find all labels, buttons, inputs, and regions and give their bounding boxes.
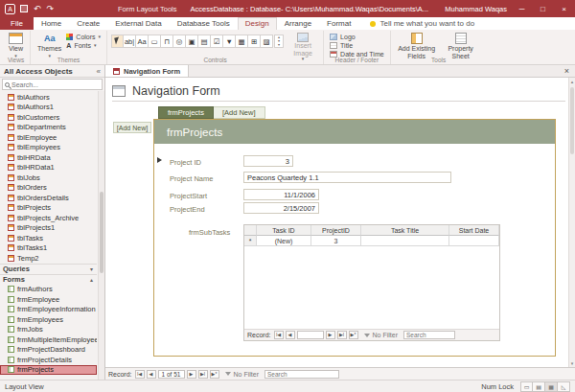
no-filter-indicator[interactable]: No Filter: [373, 332, 398, 338]
sidebar-item-tblorders[interactable]: tblOrders: [0, 183, 97, 194]
cell-task-id[interactable]: (New): [257, 236, 311, 246]
nav-pane-header[interactable]: All Access Objects «: [0, 65, 104, 78]
undo-icon[interactable]: ↶: [34, 5, 41, 13]
tab-control-icon[interactable]: ⊓: [161, 35, 173, 48]
sidebar-item-tbldepartments[interactable]: tblDepartments: [0, 123, 97, 133]
next-record-button[interactable]: ▶: [326, 331, 335, 339]
save-icon[interactable]: [20, 5, 28, 12]
minimize-icon[interactable]: ─: [516, 5, 528, 13]
scrollbar-thumb[interactable]: [100, 192, 104, 272]
logo-button[interactable]: Logo: [328, 34, 386, 40]
navtab-left-add-new[interactable]: [Add New]: [113, 122, 151, 133]
sidebar-item-tblprojects-archive[interactable]: tblProjects_Archive: [0, 213, 97, 223]
gallery-more-icon[interactable]: ▾: [275, 43, 283, 47]
image-control-icon[interactable]: ▨: [261, 35, 273, 48]
close-document-icon[interactable]: ×: [559, 65, 575, 77]
record-position-box[interactable]: 1 of 51: [158, 370, 185, 379]
tab-format[interactable]: Format: [319, 17, 358, 30]
last-record-button[interactable]: ▶I: [337, 331, 347, 339]
sidebar-item-frmjobs[interactable]: frmJobs: [0, 325, 97, 335]
new-record-button[interactable]: ▶*: [210, 370, 219, 379]
tab-file[interactable]: File: [0, 17, 34, 30]
sidebar-item-frmprojects[interactable]: frmProjects: [0, 365, 97, 376]
navtab-frmprojects[interactable]: frmProjects: [158, 106, 214, 119]
user-name[interactable]: Muhammad Waqas: [445, 5, 507, 13]
column-header-projectid[interactable]: ProjectID: [311, 225, 361, 236]
sidebar-item-frmauthors[interactable]: frmAuthors: [0, 285, 97, 295]
project-name-field[interactable]: Peacons Quartedy 1.1: [243, 172, 451, 183]
record-position-box[interactable]: [297, 331, 324, 339]
tab-external-data[interactable]: External Data: [107, 17, 169, 30]
sidebar-item-tblauthors1[interactable]: tblAuthors1: [0, 103, 97, 113]
colors-button[interactable]: Colors ▾: [64, 34, 103, 40]
shutter-bar-icon[interactable]: «: [97, 67, 101, 76]
select-all-cell[interactable]: [244, 225, 257, 236]
title-button[interactable]: Title: [328, 42, 386, 49]
sidebar-item-tblprojects1[interactable]: tblProjects1: [0, 223, 97, 234]
sidebar-item-tbltasks1[interactable]: tblTasks1: [0, 243, 97, 254]
sidebar-scrollbar[interactable]: [98, 91, 104, 380]
column-header-task-title[interactable]: Task Title: [361, 225, 449, 236]
view-button[interactable]: View ▾: [6, 32, 26, 59]
record-search-input[interactable]: [267, 371, 336, 378]
select-control-icon[interactable]: [111, 35, 124, 48]
tab-create[interactable]: Create: [69, 17, 107, 30]
hyperlink-control-icon[interactable]: ◎: [173, 35, 186, 48]
no-filter-indicator[interactable]: No Filter: [234, 371, 259, 378]
sidebar-item-frmemployeeinformation[interactable]: frmEmployeeInformation: [0, 305, 97, 315]
scrollbar-thumb[interactable]: [570, 87, 574, 154]
tab-design[interactable]: Design: [238, 17, 277, 30]
sidebar-item-frmemployees[interactable]: frmEmployees: [0, 314, 97, 325]
subform-new-row[interactable]: * (New) 3: [244, 236, 499, 246]
navigation-control-icon[interactable]: ▤: [198, 35, 211, 48]
scroll-up-icon[interactable]: ▴: [569, 79, 575, 84]
sidebar-item-temp2[interactable]: Temp2: [0, 253, 97, 264]
sidebar-item-tblcustomers[interactable]: tblCustomers: [0, 112, 97, 123]
sidebar-item-tblhrdata1[interactable]: tblHRData1: [0, 163, 97, 173]
access-app-icon[interactable]: A: [5, 4, 15, 14]
tab-database-tools[interactable]: Database Tools: [170, 17, 238, 30]
record-search-box[interactable]: [264, 370, 339, 379]
projectend-field[interactable]: 2/15/2007: [243, 202, 319, 214]
sidebar-item-tblordersdetails[interactable]: tblOrdersDetails: [0, 193, 97, 203]
last-record-button[interactable]: ▶I: [198, 370, 208, 379]
label-control-icon[interactable]: Aa: [136, 35, 149, 48]
tab-navigation-form[interactable]: Navigation Form: [105, 65, 189, 77]
design-view-button[interactable]: ◺: [558, 381, 570, 392]
form-view-button[interactable]: ▭: [520, 381, 533, 392]
new-record-button[interactable]: ▶*: [349, 331, 358, 339]
close-icon[interactable]: ×: [558, 5, 570, 13]
subform-control-icon[interactable]: ⊞: [248, 35, 261, 48]
cell-projectid[interactable]: 3: [311, 236, 361, 246]
sidebar-item-frmemployee[interactable]: frmEmployee: [0, 294, 97, 305]
combo-box-control-icon[interactable]: ▼: [223, 35, 236, 48]
redo-icon[interactable]: ↷: [47, 5, 55, 13]
sidebar-item-frmmultipleitememployee[interactable]: frmMultipleItemEmployee: [0, 334, 97, 345]
themes-button[interactable]: Aa Themes ▾: [34, 32, 64, 59]
document-scrollbar[interactable]: ▴ ▾: [568, 78, 575, 367]
tab-home[interactable]: Home: [34, 17, 69, 30]
nav-search-input[interactable]: [10, 81, 102, 88]
sidebar-item-frmprojectdashboard[interactable]: frmProjectDashboard: [0, 345, 97, 356]
maximize-icon[interactable]: □: [537, 5, 549, 13]
first-record-button[interactable]: I◀: [135, 370, 145, 379]
datasheet-view-button[interactable]: ▤: [533, 381, 545, 392]
fonts-button[interactable]: A Fonts ▾: [64, 42, 103, 49]
web-browser-control-icon[interactable]: ▣: [186, 35, 198, 48]
sidebar-item-tblemployee[interactable]: tblEmployee: [0, 132, 97, 143]
navtab-add-new[interactable]: [Add New]: [214, 106, 265, 119]
sidebar-item-tblauthors[interactable]: tblAuthors: [0, 92, 97, 103]
sidebar-section-queries[interactable]: Queries▾: [0, 264, 97, 274]
sidebar-item-tblhrdata[interactable]: tblHRData: [0, 152, 97, 163]
button-control-icon[interactable]: ▭: [149, 35, 161, 48]
text-box-control-icon[interactable]: ab|: [124, 35, 136, 48]
projectstart-field[interactable]: 11/1/2006: [243, 189, 319, 200]
layout-view-button[interactable]: ▦: [545, 381, 558, 392]
check-box-control-icon[interactable]: ☑: [211, 35, 223, 48]
nav-search-box[interactable]: [2, 79, 103, 90]
next-record-button[interactable]: ▶: [187, 370, 196, 379]
controls-gallery-scrollbar[interactable]: ▴ ▾ ▾: [274, 35, 284, 48]
subform-frmsubtasks[interactable]: Task ID ProjectID Task Title Start Date …: [243, 224, 500, 341]
list-box-control-icon[interactable]: ▦: [236, 35, 248, 48]
sidebar-item-tblemployees[interactable]: tblEmployees: [0, 143, 97, 153]
